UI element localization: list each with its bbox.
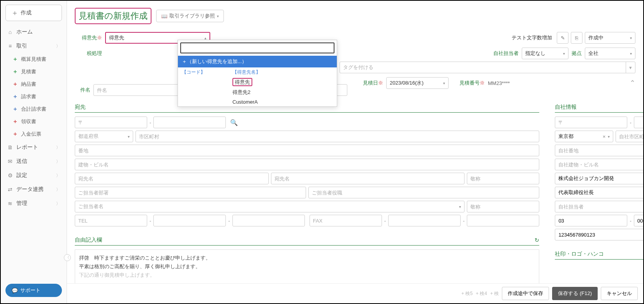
stamps-title: 社印・ロゴ・ハンコ — [555, 251, 643, 260]
tel-label[interactable] — [75, 215, 147, 226]
estimate-date-input[interactable]: 2023/08/16(水) ▾ — [386, 77, 449, 89]
addr-pref-dropdown[interactable]: 都道府県▾ — [75, 131, 133, 142]
refresh-icon[interactable]: ↻ — [535, 237, 539, 243]
sub-rough-estimate[interactable]: ＋概算見積書 — [1, 53, 67, 65]
create-label: 作成 — [21, 9, 32, 16]
co-name1-input[interactable] — [555, 173, 643, 184]
clear-icon[interactable]: × — [603, 134, 608, 140]
nav-admin[interactable]: ≋管理〉 — [1, 196, 67, 210]
tel-2[interactable] — [153, 215, 226, 226]
assignee-label: 自社担当者 — [493, 50, 519, 57]
addr-postal-2[interactable] — [153, 117, 226, 128]
addr-name2-input[interactable] — [271, 173, 465, 184]
tag-input[interactable]: タグを付ける ▾ — [340, 62, 635, 73]
save-button[interactable]: 保存する (F12) — [552, 287, 598, 300]
chat-icon: 💬 — [12, 288, 18, 293]
footer-bar: + 検5 + 検4 + 検 作成途中で保存 保存する (F12) キャンセル — [67, 283, 643, 303]
nav-home[interactable]: ⌂ ホーム — [1, 25, 67, 39]
co-postal-1[interactable] — [555, 117, 627, 128]
save-draft-button[interactable]: 作成途中で保存 — [502, 287, 549, 300]
assignee-dropdown[interactable]: 指定なし ▾ — [522, 48, 568, 59]
caret-down-icon: ▾ — [630, 36, 632, 40]
dd-option-0[interactable]: 得意先 — [178, 77, 337, 87]
plus-icon: ＋ — [12, 56, 18, 63]
co-tel-1[interactable] — [555, 215, 627, 226]
addr-dept-input[interactable] — [75, 187, 306, 198]
sync-icon: ⇄ — [7, 186, 13, 193]
tel-3[interactable] — [232, 215, 305, 226]
nav-report[interactable]: 🗎レポート〉 — [1, 140, 67, 154]
co-tel-2[interactable] — [634, 215, 643, 226]
support-button[interactable]: 💬 サポート — [5, 284, 62, 297]
plus-icon: ＋ — [12, 131, 18, 138]
sub-payment-slip[interactable]: ＋入金伝票 — [1, 128, 67, 140]
estimate-date-label: 見積日※ — [363, 80, 383, 87]
addr-building-input[interactable] — [75, 159, 539, 170]
addr-honorific-input[interactable] — [467, 173, 539, 184]
addr-postal-1[interactable] — [75, 117, 147, 128]
caret-down-icon: ▾ — [128, 134, 130, 139]
copy-icon: ⎘ — [575, 35, 578, 41]
nav-transactions[interactable]: ≡ 取引 〉 — [1, 39, 67, 53]
fax-label[interactable] — [310, 215, 382, 226]
co-pref-dropdown[interactable]: 東京都 × ▾ — [555, 131, 613, 142]
cancel-button[interactable]: キャンセル — [601, 287, 638, 300]
chevron-right-icon: 〉 — [56, 201, 60, 207]
customer-label: 得意先※ — [75, 34, 102, 41]
base-dropdown[interactable]: 全社 ▾ — [585, 48, 635, 59]
chevron-right-icon: 〉 — [56, 173, 60, 179]
nav-send[interactable]: ✉送信〉 — [1, 154, 67, 168]
co-reg-no[interactable] — [555, 229, 643, 240]
plus-icon: ＋ — [12, 118, 18, 125]
free-text-body[interactable]: 拝啓 時下ますますご清栄のこととお慶び申し上げます。 平素は格別のご高配を賜り、… — [75, 249, 539, 284]
tag-dropdown-button[interactable]: ▾ — [626, 62, 635, 73]
sidebar-collapse-button[interactable]: 〈 — [64, 254, 71, 261]
co-title-input[interactable] — [555, 187, 643, 198]
collapse-section-icon[interactable]: ⌃ — [630, 79, 635, 87]
fax-2[interactable] — [388, 215, 461, 226]
postal-search-icon[interactable]: 🔍 — [228, 117, 240, 128]
add-rows-5[interactable]: + 検5 — [461, 290, 473, 297]
page-title: 見積書の新規作成 — [75, 8, 151, 24]
co-building-input[interactable] — [555, 159, 643, 170]
co-street-input[interactable] — [555, 145, 643, 156]
company-section-title: 自社情報 👤 ↻ — [555, 104, 643, 113]
caret-up-icon: ▴ — [204, 36, 206, 40]
status-dropdown[interactable]: 作成中 ▾ — [585, 32, 635, 44]
customer-dropdown-panel: ＋（新しい得意先を追加...） 【コード】 【得意先名】 得意先 得意先2 Cu… — [178, 40, 337, 107]
sub-receipt[interactable]: ＋領収書 — [1, 115, 67, 128]
co-postal-2[interactable] — [634, 117, 643, 128]
sub-estimate[interactable]: ＋見積書 — [1, 65, 67, 78]
co-city-input[interactable] — [616, 131, 643, 142]
co-assignee-input[interactable] — [555, 201, 643, 212]
edit-button[interactable]: ✎ — [557, 32, 568, 44]
addr-street-input[interactable] — [75, 145, 539, 156]
library-reference-button[interactable]: 📖 取引ライブラリ参照 ▾ — [156, 10, 224, 22]
nav-data-link[interactable]: ⇄データ連携〉 — [1, 182, 67, 196]
duplicate-button[interactable]: ⎘ — [571, 32, 582, 44]
addr-person-dropdown[interactable]: ご担当者名▾ — [75, 201, 465, 212]
addr-name1-input[interactable] — [75, 173, 269, 184]
main-content: 見積書の新規作成 📖 取引ライブラリ参照 ▾ 得意先※ 得意先 ▴ テスト文字数… — [67, 1, 643, 303]
home-icon: ⌂ — [7, 29, 13, 35]
dd-option-1[interactable]: 得意先2 — [178, 87, 337, 97]
layers-icon: ≋ — [7, 200, 13, 207]
addr-city-input[interactable] — [135, 131, 539, 142]
customer-search-input[interactable] — [180, 42, 334, 53]
chevron-right-icon: 〉 — [56, 43, 60, 49]
sub-total-invoice[interactable]: ＋合計請求書 — [1, 103, 67, 115]
add-customer-option[interactable]: ＋（新しい得意先を追加...） — [178, 56, 337, 67]
create-button[interactable]: ＋ 作成 — [5, 5, 62, 21]
add-rows-4[interactable]: + 検4 — [476, 290, 487, 297]
calendar-caret-icon: ▾ — [443, 81, 445, 85]
add-rows-3[interactable]: + 検 — [490, 290, 499, 297]
addr-honorific2-input[interactable] — [467, 201, 539, 212]
dd-option-2[interactable]: CustomerA — [178, 97, 337, 106]
nav-settings[interactable]: ⚙設定〉 — [1, 168, 67, 182]
gear-icon: ⚙ — [7, 172, 13, 179]
sub-invoice[interactable]: ＋請求書 — [1, 90, 67, 103]
sub-delivery[interactable]: ＋納品書 — [1, 78, 67, 90]
fax-3[interactable] — [467, 215, 539, 226]
plus-icon: ＋ — [12, 93, 18, 100]
addr-role-input[interactable] — [308, 187, 540, 198]
